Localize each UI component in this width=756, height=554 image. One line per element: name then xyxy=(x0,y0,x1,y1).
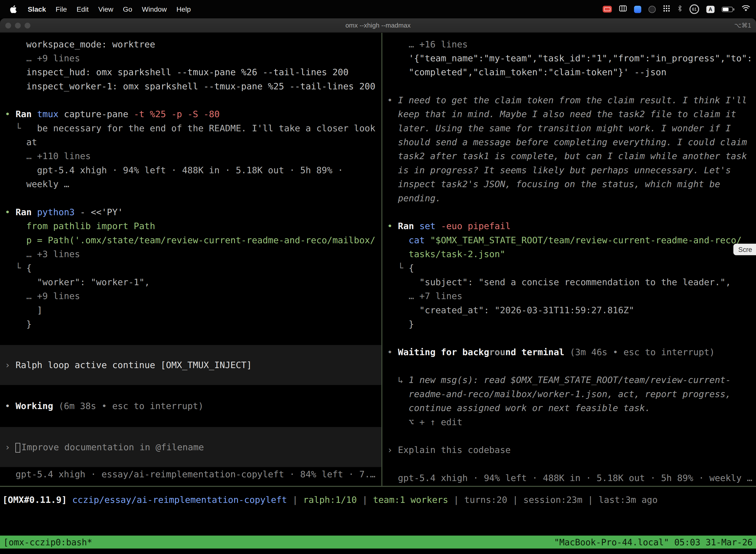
injected-prompt-bar[interactable]: › Ralph loop active continue [OMX_TMUX_I… xyxy=(0,345,381,385)
text-segment: should send a message before completing … xyxy=(387,137,747,147)
text-segment: "worker": "worker-1", xyxy=(5,277,150,287)
minimize-button[interactable] xyxy=(15,22,20,28)
wifi-icon[interactable] xyxy=(742,5,750,13)
text-segment: └ xyxy=(387,263,409,273)
text-segment: from pathlib import Path xyxy=(5,221,155,231)
text-segment: … +9 lines xyxy=(5,53,80,63)
text-segment: } xyxy=(387,319,414,329)
text-segment: gpt-5.4 xhigh · 94% left · 488K in · 5.1… xyxy=(387,473,752,483)
command-ran-tmux-capture: • Ran tmux capture-pane -t %25 -p -S -80 xyxy=(0,107,381,121)
pane-footer-right: gpt-5.4 xhigh · 94% left · 488K in · 5.1… xyxy=(382,471,756,485)
text-segment: "$OMX_TEAM_STATE_ROOT/team/review-curren… xyxy=(430,235,742,245)
battery-icon[interactable] xyxy=(722,6,733,12)
screen: Slack File Edit View Go Window Help 61 A xyxy=(0,0,756,554)
battery-percentage-icon[interactable]: 61 xyxy=(690,4,699,14)
text-segment: [OMX#0.11.9] xyxy=(2,494,67,505)
terminal-line: cat "$OMX_TEAM_STATE_ROOT/team/review-cu… xyxy=(382,233,756,247)
screen-recording-indicator-icon[interactable] xyxy=(603,6,612,12)
text-segment: gpt-5.4 xhigh · essay/ai-reimplementatio… xyxy=(5,469,375,479)
text-segment: p = Path('.omx/state/team/review-current… xyxy=(5,235,375,245)
text-segment: … +9 lines xyxy=(5,291,80,301)
text-segment: ralph:1/10 xyxy=(303,494,357,505)
terminal-line: is in progress? It seems likely but perh… xyxy=(382,163,756,177)
text-segment: } xyxy=(5,319,32,329)
zoom-button[interactable] xyxy=(24,22,30,28)
text-segment: | xyxy=(582,494,598,505)
text-segment xyxy=(425,235,430,245)
waiting-status: • Waiting for background terminal (3m 46… xyxy=(382,345,756,359)
terminal-line: └ be necessary for the end of the README… xyxy=(0,121,381,135)
terminal-line: "subject": "send a concise recommendatio… xyxy=(382,275,756,289)
text-segment: nd terminal xyxy=(505,347,570,357)
text-segment: › xyxy=(5,442,15,452)
text-segment: ⌥ + ↑ edit xyxy=(387,417,462,427)
text-segment: | xyxy=(357,494,373,505)
text-segment: Waiting for backg xyxy=(398,347,489,357)
text-segment: Ran xyxy=(16,109,37,119)
text-segment: | xyxy=(287,494,303,505)
terminal-line: pending. xyxy=(382,191,756,205)
terminal-line: inspect task2's JSON, focusing on the st… xyxy=(382,177,756,191)
text-segment: … +16 lines xyxy=(387,39,468,49)
terminal-line: "worker": "worker-1", xyxy=(0,275,381,289)
terminal-line: ] xyxy=(0,303,381,317)
text-segment: └ xyxy=(5,263,26,273)
dots-grid-icon[interactable] xyxy=(663,5,670,13)
terminal-line: should send a message before completing … xyxy=(382,135,756,149)
grid-window-icon[interactable] xyxy=(619,5,627,13)
terminal-line: … +9 lines xyxy=(0,51,381,65)
terminal-window: omx --xhigh --madmax ⌥⌘1 workspace_mode:… xyxy=(0,18,756,554)
text-segment: session:23m xyxy=(523,494,582,505)
terminal-line: readme-and-reco/mailbox/worker-1.json, a… xyxy=(382,387,756,401)
text-segment: Improve documentation in @filename xyxy=(21,442,204,452)
menu-app-name[interactable]: Slack xyxy=(23,5,51,13)
text-segment: { xyxy=(409,263,414,273)
terminal-line: at xyxy=(0,135,381,149)
text-segment: team:1 workers xyxy=(373,494,448,505)
menu-item-go[interactable]: Go xyxy=(118,5,137,13)
text-segment: workspace_mode: worktree xyxy=(5,39,155,49)
menu-item-edit[interactable]: Edit xyxy=(72,5,93,13)
terminal-line: … +9 lines xyxy=(0,289,381,303)
menu-item-window[interactable]: Window xyxy=(137,5,172,13)
text-segment: at xyxy=(5,137,37,147)
tmux-session-label: [omx-cczip0:bash* xyxy=(3,537,92,547)
text-segment: Ran xyxy=(16,207,37,217)
dark-app-icon[interactable] xyxy=(649,5,656,13)
terminal-line: … +16 lines xyxy=(382,37,756,51)
menu-item-file[interactable]: File xyxy=(51,5,72,13)
window-title: omx --xhigh --madmax xyxy=(0,21,756,29)
text-segment: ↳ xyxy=(387,375,409,385)
terminal-line xyxy=(382,359,756,373)
window-title-bar[interactable]: omx --xhigh --madmax ⌥⌘1 xyxy=(0,18,756,33)
text-segment: rou xyxy=(489,347,505,357)
menu-item-help[interactable]: Help xyxy=(172,5,196,13)
composer-input[interactable]: › Improve documentation in @filename xyxy=(0,427,381,467)
bottom-gap xyxy=(0,549,756,554)
text-segment: python3 xyxy=(37,207,75,217)
text-segment: last:3m ago xyxy=(598,494,657,505)
text-segment: … +3 lines xyxy=(5,249,80,259)
text-segment: be necessary for the end of the README. … xyxy=(37,123,375,133)
macos-menu-bar: Slack File Edit View Go Window Help 61 A xyxy=(0,0,756,18)
text-segment: tasks/task-2.json" xyxy=(387,249,505,259)
traffic-lights xyxy=(0,22,30,28)
bluetooth-icon[interactable] xyxy=(677,5,682,13)
terminal-line xyxy=(382,79,756,93)
terminal-line xyxy=(0,191,381,205)
menu-item-view[interactable]: View xyxy=(93,5,118,13)
pane-left[interactable]: workspace_mode: worktree … +9 lines insp… xyxy=(0,33,381,486)
apple-menu-icon[interactable] xyxy=(6,5,21,13)
terminal-line: continue assigned work or next feasible … xyxy=(382,401,756,415)
close-button[interactable] xyxy=(5,22,11,28)
terminal-line: p = Path('.omx/state/team/review-current… xyxy=(0,233,381,247)
input-source-icon[interactable]: A xyxy=(706,5,714,13)
text-segment: turns:20 xyxy=(464,494,507,505)
text-segment: • xyxy=(5,109,15,119)
blue-app-icon[interactable] xyxy=(634,5,641,13)
terminal-line xyxy=(0,93,381,107)
text-segment: | xyxy=(507,494,523,505)
text-segment: -euo pipefail xyxy=(436,221,511,231)
pane-right[interactable]: … +16 lines '{"team_name":"my-team","tas… xyxy=(382,33,756,486)
text-segment: "created_at": "2026-03-31T11:59:27.816Z" xyxy=(387,305,634,315)
